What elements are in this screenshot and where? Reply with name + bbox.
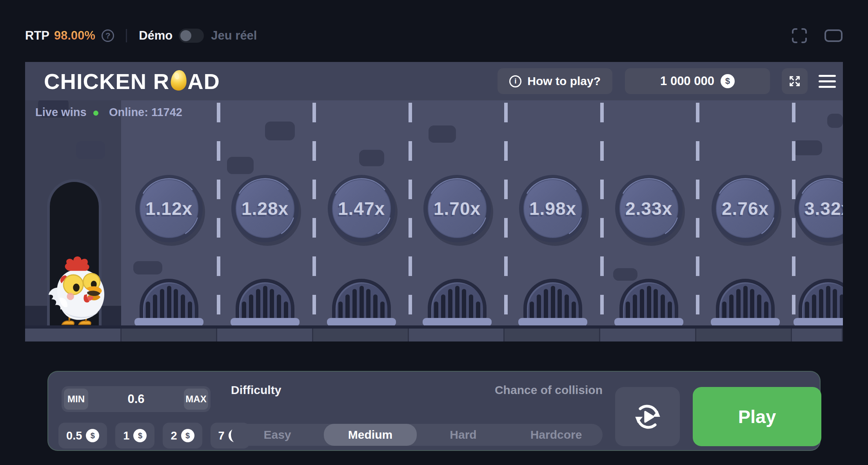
- lane-divider: [600, 103, 604, 325]
- multiplier-value: 1.98x: [519, 175, 587, 242]
- auto-play-icon: [633, 402, 663, 432]
- multiplier-value: 1.70x: [423, 175, 491, 242]
- dollar-coin-icon: $: [86, 429, 99, 442]
- difficulty-option-hardcore[interactable]: Hardcore: [510, 424, 603, 446]
- menu-button[interactable]: [819, 68, 839, 94]
- max-bet-button[interactable]: MAX: [184, 389, 208, 410]
- road-patch: [265, 122, 295, 140]
- curb: [25, 325, 843, 329]
- fullscreen-icon[interactable]: [791, 27, 808, 44]
- chicken-character: [44, 254, 114, 325]
- real-play-label: Jeu réel: [211, 29, 257, 43]
- lane-divider: [217, 103, 220, 325]
- theater-mode-icon[interactable]: [824, 29, 843, 42]
- play-button[interactable]: Play: [693, 387, 821, 446]
- page: RTP 98.00% ? Démo Jeu réel CHICKEN R AD: [0, 0, 868, 465]
- multiplier-value: 2.33x: [615, 175, 683, 242]
- difficulty-header: Difficulty Chance of collision: [231, 383, 603, 397]
- quick-bet-value: 0.5: [66, 429, 82, 442]
- logo-text-right: AD: [187, 69, 220, 94]
- rtp-value: 98.00%: [54, 29, 95, 43]
- quick-bet-button[interactable]: 0.5 $: [58, 423, 107, 449]
- lane-divider: [312, 103, 316, 325]
- online-count-label: Online: 11742: [109, 106, 182, 119]
- multiplier-milestone: 1.28x: [231, 175, 299, 242]
- difficulty-selector: Easy Medium Hard Hardcore: [231, 424, 603, 446]
- min-bet-button[interactable]: MIN: [64, 389, 88, 410]
- expand-button[interactable]: [782, 68, 808, 94]
- quick-bet-button[interactable]: 2 $: [163, 423, 202, 449]
- multiplier-milestone: 3.32x: [794, 175, 843, 242]
- multiplier-milestone: 1.70x: [423, 175, 491, 242]
- multiplier-value: 3.32x: [794, 175, 843, 242]
- quick-bet-value: 7: [218, 429, 225, 442]
- balance-value: 1 000 000: [660, 74, 714, 88]
- difficulty-option-hard[interactable]: Hard: [417, 424, 510, 446]
- live-bar: Live wins Online: 11742: [25, 100, 843, 124]
- multiplier-milestone: 1.12x: [135, 175, 203, 242]
- demo-real-toggle[interactable]: [179, 29, 204, 43]
- road-patch: [76, 141, 105, 159]
- dollar-coin-icon: $: [133, 429, 147, 442]
- lane-divider: [504, 103, 508, 325]
- how-to-play-button[interactable]: i How to play?: [498, 68, 612, 94]
- bottom-sidewalk: [25, 329, 843, 341]
- multiplier-value: 1.12x: [135, 175, 203, 242]
- live-wins-label: Live wins: [35, 106, 87, 119]
- road-patch: [133, 261, 162, 274]
- control-panel: MIN 0.6 MAX 0.5 $ 1 $ 2 $ 7 $ Difficulty: [47, 371, 821, 451]
- quick-bet-button[interactable]: 1 $: [115, 423, 154, 449]
- sewer-grate: [231, 279, 300, 325]
- dollar-coin-icon: $: [721, 74, 735, 88]
- sewer-grate: [711, 279, 780, 325]
- multiplier-value: 1.47x: [328, 175, 395, 242]
- help-icon[interactable]: ?: [102, 29, 114, 42]
- rtp-label: RTP: [25, 29, 49, 43]
- road-patch: [227, 157, 254, 174]
- window-controls: [791, 27, 843, 44]
- difficulty-option-easy[interactable]: Easy: [231, 424, 324, 446]
- multiplier-milestone: 2.33x: [615, 175, 683, 242]
- info-icon: i: [509, 75, 521, 87]
- expand-arrows-icon: [787, 74, 802, 89]
- sewer-grate: [614, 279, 683, 325]
- play-label: Play: [738, 406, 776, 427]
- dollar-coin-icon: $: [181, 429, 194, 442]
- quick-bet-value: 2: [171, 429, 177, 442]
- difficulty-label: Difficulty: [231, 383, 281, 397]
- sewer-grate: [327, 279, 396, 325]
- multiplier-value: 2.76x: [712, 175, 779, 242]
- quick-bet-row: 0.5 $ 1 $ 2 $ 7 $: [58, 423, 250, 449]
- multiplier-milestone: 2.76x: [712, 175, 779, 242]
- how-to-play-label: How to play?: [527, 74, 601, 88]
- demo-label: Démo: [139, 29, 173, 43]
- top-bar: RTP 98.00% ? Démo Jeu réel: [25, 23, 843, 49]
- lane-divider: [409, 103, 412, 325]
- divider: [126, 29, 127, 42]
- sewer-grate: [423, 279, 492, 325]
- multiplier-milestone: 1.47x: [328, 175, 395, 242]
- game-header: CHICKEN R AD i How to play? 1 000 000 $: [25, 62, 843, 100]
- difficulty-option-medium[interactable]: Medium: [324, 424, 417, 446]
- auto-play-button[interactable]: [615, 387, 680, 446]
- toggle-knob: [180, 30, 191, 41]
- quick-bet-value: 1: [123, 429, 129, 442]
- bet-amount-box: MIN 0.6 MAX: [62, 386, 211, 412]
- online-status-dot: [93, 111, 98, 116]
- road-patch: [792, 140, 822, 155]
- golden-egg-icon: [170, 69, 188, 91]
- road-patch: [429, 125, 456, 143]
- balance-display: 1 000 000 $: [625, 68, 770, 94]
- logo-text-left: CHICKEN R: [44, 69, 169, 94]
- game-container: CHICKEN R AD i How to play? 1 000 000 $: [25, 62, 843, 341]
- bet-amount-value[interactable]: 0.6: [88, 392, 184, 406]
- chicken-road-logo: CHICKEN R AD: [44, 69, 220, 94]
- sewer-grate: [518, 279, 587, 325]
- chance-of-collision-label: Chance of collision: [495, 383, 603, 397]
- road-patch: [359, 150, 384, 166]
- multiplier-value: 1.28x: [231, 175, 299, 242]
- road-area: 1.12x 1.28x 1.47x 1.70x 1.98x 2.33x: [25, 100, 843, 325]
- sewer-grate: [794, 279, 843, 325]
- lane-divider: [696, 103, 699, 325]
- rtp-group: RTP 98.00% ? Démo Jeu réel: [25, 29, 257, 43]
